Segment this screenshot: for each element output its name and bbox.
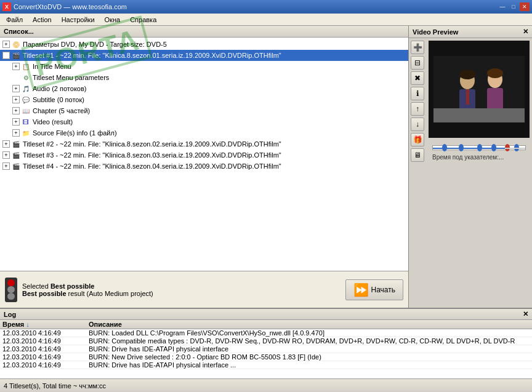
tree-item[interactable]: +💬Subtitle (0 поток) (0, 94, 408, 105)
bottom-bar: 4 Titleset(s), Total time ~ чч:мм:сс (0, 378, 532, 392)
tree-expand[interactable]: + (12, 129, 20, 137)
tree-icon: 🎵 (21, 84, 31, 94)
app-logo: X (2, 2, 11, 11)
preview-video-frame (433, 56, 525, 122)
log-row[interactable]: 12.03.2010 4:16:49 BURN: New Drive selec… (0, 353, 532, 361)
tree-view[interactable]: +📀Параметры DVD, My DVD - Target size: D… (0, 38, 408, 271)
gift-btn[interactable]: 🎁 (411, 133, 424, 146)
tree-label: Параметры DVD, My DVD - Target size: DVD… (23, 41, 167, 48)
tree-expand[interactable]: + (12, 63, 20, 70)
tree-icon: 🎬 (11, 139, 21, 149)
app-title: ConvertXtoDVD — www.teosofia.com (14, 3, 496, 10)
traffic-light (5, 278, 17, 302)
tree-item[interactable]: +🎞Video (result) (0, 116, 408, 127)
log-row[interactable]: 12.03.2010 4:16:49 BURN: Drive has IDE-A… (0, 345, 532, 353)
right-panel: Video Preview ✕ ➕⊟✖ℹ↑↓🎁🖥 (409, 26, 532, 308)
tree-label: Titleset #3 - ~22 min. File: "Klinica.8.… (23, 151, 281, 159)
tree-label: Titleset #1 - ~22 min. File: "Klinica.8.… (23, 52, 281, 59)
info-btn[interactable]: ℹ (411, 87, 424, 100)
tree-label: In Title Menu (33, 63, 71, 70)
menu-settings[interactable]: Настройки (57, 15, 100, 25)
delete-btn[interactable]: ✖ (411, 71, 424, 85)
log-area: Log ✕ Время ↓ Описание (0, 308, 532, 378)
tree-item[interactable]: +📋In Title Menu (0, 61, 408, 72)
log-row-desc: BURN: Drive has IDE-ATAPI physical inter… (86, 345, 532, 353)
app-window: X ConvertXtoDVD — www.teosofia.com — □ ✕… (0, 0, 532, 392)
tree-expand[interactable]: + (2, 140, 10, 148)
menu-help[interactable]: Справка (125, 15, 161, 25)
start-button-label: Начать (371, 286, 396, 294)
tree-icon: 📁 (21, 128, 31, 138)
log-table[interactable]: Время ↓ Описание 12.03.2010 4:16:49 BURN… (0, 320, 532, 378)
light-green (7, 293, 15, 300)
remove-btn[interactable]: ⊟ (411, 56, 424, 70)
tree-expand[interactable]: + (2, 52, 10, 59)
tree-expand[interactable]: + (12, 85, 20, 92)
down-btn[interactable]: ↓ (411, 118, 424, 131)
tree-expand[interactable]: + (12, 96, 20, 103)
log-row-time: 12.03.2010 4:16:49 (0, 353, 86, 361)
light-red (7, 279, 15, 286)
menu-windows[interactable]: Окна (100, 15, 126, 25)
left-panel: Список... +📀Параметры DVD, My DVD - Targ… (0, 26, 409, 308)
preview-image (429, 41, 530, 138)
tree-expand[interactable]: + (2, 151, 10, 159)
status-line2: Selected Encoding option setting gives: … (22, 290, 341, 297)
tree-icon: 🎬 (11, 161, 21, 171)
timeline-track[interactable] (432, 145, 526, 150)
status-bold: Best possible (50, 282, 95, 290)
up-btn[interactable]: ↑ (411, 102, 424, 116)
log-row-time: 12.03.2010 4:16:49 (0, 337, 86, 345)
menu-action[interactable]: Action (28, 15, 57, 25)
tree-item[interactable]: +🎬Titleset #4 - ~22 min. File: "Klinica.… (0, 161, 408, 172)
tree-icon: 🎬 (11, 50, 21, 60)
tree-expand[interactable]: + (12, 107, 20, 114)
menu-file[interactable]: Файл (1, 15, 28, 25)
list-header: Список... (0, 26, 408, 38)
log-desc-header: Описание (86, 320, 532, 329)
log-title: Log (4, 311, 16, 318)
close-button[interactable]: ✕ (520, 2, 530, 11)
timeline-area: Время под указателем:... (426, 140, 532, 164)
log-row-time: 12.03.2010 4:16:49 (0, 345, 86, 353)
tree-expand[interactable]: + (12, 118, 20, 126)
status-line1: Selected Best possible Selected Encoding… (22, 282, 341, 290)
preview-title: Video Preview (413, 28, 458, 36)
log-row[interactable]: 12.03.2010 4:16:49 BURN: Compatible medi… (0, 337, 532, 345)
tree-item[interactable]: +🎵Audio (2 потоков) (0, 83, 408, 94)
log-close[interactable]: ✕ (523, 310, 528, 318)
status-area: Selected Best possible Selected Encoding… (0, 271, 408, 308)
tree-item[interactable]: +🎬Titleset #2 - ~22 min. File: "Klinica.… (0, 138, 408, 150)
tree-label: Chapter (5 частей) (33, 107, 90, 114)
minimize-button[interactable]: — (498, 2, 507, 11)
tree-expand[interactable]: + (2, 162, 10, 170)
tree-icon: 🎞 (21, 117, 31, 127)
tree-item[interactable]: +📖Chapter (5 частей) (0, 105, 408, 116)
tree-icon: 📀 (11, 39, 21, 49)
tree-expand[interactable]: + (2, 41, 10, 48)
tree-item[interactable]: +🎬Titleset #3 - ~22 min. File: "Klinica.… (0, 150, 408, 161)
start-button[interactable]: ⏩ Начать (345, 279, 404, 300)
toolbar-buttons: ➕⊟✖ℹ↑↓🎁🖥 (409, 38, 426, 164)
add-btn[interactable]: ➕ (411, 41, 424, 54)
tree-item[interactable]: ⚙Titleset Menu parameters (0, 72, 408, 83)
display-btn[interactable]: 🖥 (411, 148, 424, 162)
maximize-button[interactable]: □ (509, 2, 518, 11)
tree-item[interactable]: +🎬Titleset #1 - ~22 min. File: "Klinica.… (0, 50, 408, 61)
preview-header: Video Preview ✕ (409, 26, 532, 38)
preview-close[interactable]: ✕ (523, 28, 528, 36)
log-row-desc: BURN: Loaded DLL C:\Program Files\VSO\Co… (86, 329, 532, 337)
tree-item[interactable]: +📁Source File(s) info (1 файл) (0, 127, 408, 138)
log-row[interactable]: 12.03.2010 4:16:49 BURN: Loaded DLL C:\P… (0, 329, 532, 337)
right-content: ➕⊟✖ℹ↑↓🎁🖥 (409, 38, 532, 164)
log-row[interactable]: 12.03.2010 4:16:49 BURN: Drive has IDE-A… (0, 361, 532, 369)
bottom-label: 4 Titleset(s), Total time ~ чч:мм:сс (4, 382, 106, 390)
content-area: Список... +📀Параметры DVD, My DVD - Targ… (0, 26, 532, 308)
tree-label: Subtitle (0 поток) (33, 96, 84, 103)
svg-rect-3 (466, 89, 469, 105)
tree-icon: 🎬 (11, 150, 21, 160)
tree-icon: 📖 (21, 106, 31, 116)
tree-item[interactable]: +📀Параметры DVD, My DVD - Target size: D… (0, 39, 408, 50)
svg-point-7 (459, 70, 475, 79)
log-data-table: Время ↓ Описание 12.03.2010 4:16:49 BURN… (0, 320, 532, 369)
